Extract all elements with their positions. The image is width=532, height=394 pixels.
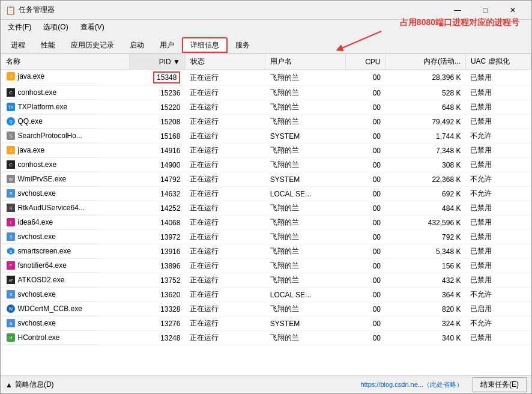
process-name: ATATKOSD2.exe	[1, 273, 97, 287]
col-header-cpu[interactable]: CPU	[345, 54, 385, 70]
process-pid: 15220	[129, 100, 185, 115]
table-row[interactable]: QQQ.exe15208正在运行飞翔的兰0079,492 K已禁用	[1, 115, 531, 129]
menu-view[interactable]: 查看(V)	[76, 21, 109, 34]
col-header-memory[interactable]: 内存(活动...	[385, 54, 465, 70]
process-cpu: 00	[345, 86, 385, 100]
process-user: 飞翔的兰	[265, 273, 345, 288]
maximize-button[interactable]: □	[471, 1, 499, 20]
table-row[interactable]: Cconhost.exe14900正在运行飞翔的兰00308 K已禁用	[1, 158, 531, 172]
process-pid: 14068	[129, 216, 185, 230]
task-manager-window: 📋 任务管理器 — □ ✕ 文件(F) 选项(O) 查看(V) 进程 性能 应用…	[0, 0, 532, 394]
menu-options[interactable]: 选项(O)	[38, 21, 73, 34]
table-row[interactable]: Ssvchost.exe14632正在运行LOCAL SE...00692 K不…	[1, 187, 531, 201]
table-container[interactable]: 名称 PID ▼ 状态 用户名 CPU 内存(活动... UAC 虚拟化 Jja…	[1, 53, 531, 375]
process-pid: 15236	[129, 86, 185, 100]
table-row[interactable]: TXTXPlatform.exe15220正在运行飞翔的兰00648 K已禁用	[1, 100, 531, 115]
process-uac: 已禁用	[465, 86, 531, 100]
col-header-status[interactable]: 状态	[185, 54, 265, 70]
tab-users[interactable]: 用户	[152, 37, 182, 53]
process-icon: Q	[6, 117, 16, 126]
process-cpu: 00	[345, 331, 385, 345]
brief-info-label: 简略信息(D)	[15, 380, 54, 390]
table-row[interactable]: RRtkAudUService64...14252正在运行飞翔的兰00484 K…	[1, 201, 531, 216]
table-row[interactable]: Ssvchost.exe13620正在运行LOCAL SE...00364 K不…	[1, 288, 531, 302]
col-header-name[interactable]: 名称	[1, 54, 130, 70]
svg-text:C: C	[9, 90, 13, 95]
process-pid: 14916	[129, 144, 185, 158]
process-cpu: 00	[345, 259, 385, 273]
process-pid: 13752	[129, 273, 185, 288]
process-cpu: 00	[345, 230, 385, 244]
process-icon: H	[6, 333, 16, 342]
process-status: 正在运行	[185, 86, 265, 100]
process-table: 名称 PID ▼ 状态 用户名 CPU 内存(活动... UAC 虚拟化 Jja…	[1, 53, 531, 345]
process-pid: 15348	[129, 70, 185, 86]
table-row[interactable]: Ssmartscreen.exe13916正在运行飞翔的兰005,348 K已禁…	[1, 244, 531, 259]
process-user: SYSTEM	[265, 172, 345, 187]
tab-details[interactable]: 详细信息	[182, 37, 228, 53]
app-icon: 📋	[5, 5, 15, 15]
table-row[interactable]: ATATKOSD2.exe13752正在运行飞翔的兰00432 K已禁用	[1, 273, 531, 288]
tab-process[interactable]: 进程	[3, 37, 33, 53]
process-name: WWmiPrvSE.exe	[1, 172, 97, 186]
title-bar-left: 📋 任务管理器	[5, 5, 55, 15]
end-task-button[interactable]: 结束任务(E)	[473, 377, 527, 392]
process-name: Jjava.exe	[1, 144, 97, 157]
minimize-button[interactable]: —	[444, 1, 471, 20]
tabs-wrapper: 进程 性能 应用历史记录 启动 用户 详细信息 服务 占用8080端口进程对应的…	[1, 34, 531, 53]
table-row[interactable]: Jjava.exe14916正在运行飞翔的兰007,348 K已禁用	[1, 144, 531, 158]
tab-startup[interactable]: 启动	[122, 37, 152, 53]
process-uac: 不允许	[465, 288, 531, 302]
process-cpu: 00	[345, 172, 385, 187]
process-pid: 13328	[129, 302, 185, 317]
table-row[interactable]: WWmiPrvSE.exe14792正在运行SYSTEM0022,368 K不允…	[1, 172, 531, 187]
process-name: Ssvchost.exe	[1, 230, 97, 244]
col-header-user[interactable]: 用户名	[265, 54, 345, 70]
process-memory: 820 K	[385, 302, 465, 317]
tab-app-history[interactable]: 应用历史记录	[63, 37, 122, 53]
tab-performance[interactable]: 性能	[33, 37, 63, 53]
process-pid: 13916	[129, 244, 185, 259]
process-status: 正在运行	[185, 288, 265, 302]
table-row[interactable]: Jjava.exe15348正在运行飞翔的兰0028,396 K已禁用	[1, 70, 531, 86]
process-status: 正在运行	[185, 331, 265, 345]
table-row[interactable]: Ssvchost.exe13972正在运行飞翔的兰00792 K已禁用	[1, 230, 531, 244]
process-name: TXTXPlatform.exe	[1, 100, 97, 114]
process-user: 飞翔的兰	[265, 115, 345, 129]
svg-text:J: J	[10, 148, 12, 153]
process-memory: 364 K	[385, 288, 465, 302]
process-pid: 14252	[129, 201, 185, 216]
table-row[interactable]: HHControl.exe13248正在运行飞翔的兰00340 K已禁用	[1, 331, 531, 345]
process-uac: 已禁用	[465, 158, 531, 172]
process-memory: 79,492 K	[385, 115, 465, 129]
process-user: 飞翔的兰	[265, 259, 345, 273]
process-memory: 308 K	[385, 158, 465, 172]
process-cpu: 00	[345, 187, 385, 201]
col-header-pid[interactable]: PID ▼	[129, 54, 185, 70]
title-bar: 📋 任务管理器 — □ ✕	[1, 1, 531, 20]
process-pid: 14792	[129, 172, 185, 187]
process-status: 正在运行	[185, 259, 265, 273]
brief-info-button[interactable]: ▲ 简略信息(D)	[5, 380, 54, 390]
table-row[interactable]: Ffsnotifier64.exe13896正在运行飞翔的兰00156 K已禁用	[1, 259, 531, 273]
table-row[interactable]: WWDCertM_CCB.exe13328正在运行飞翔的兰00820 K已启用	[1, 302, 531, 317]
process-name-text: WDCertM_CCB.exe	[18, 305, 82, 313]
process-user: SYSTEM	[265, 129, 345, 144]
table-row[interactable]: Iidea64.exe14068正在运行飞翔的兰00432,596 K已禁用	[1, 216, 531, 230]
content-area: 名称 PID ▼ 状态 用户名 CPU 内存(活动... UAC 虚拟化 Jja…	[1, 53, 531, 375]
menu-file[interactable]: 文件(F)	[3, 21, 36, 34]
table-row[interactable]: Ssvchost.exe13276正在运行SYSTEM00324 K不允许	[1, 317, 531, 331]
process-uac: 已禁用	[465, 273, 531, 288]
process-uac: 不允许	[465, 317, 531, 331]
svg-text:R: R	[9, 206, 12, 210]
process-user: 飞翔的兰	[265, 201, 345, 216]
table-row[interactable]: Cconhost.exe15236正在运行飞翔的兰00528 K已禁用	[1, 86, 531, 100]
process-name: Cconhost.exe	[1, 86, 97, 100]
process-user: LOCAL SE...	[265, 187, 345, 201]
process-pid: 14632	[129, 187, 185, 201]
table-row[interactable]: SSearchProtocolHo...15168正在运行SYSTEM001,7…	[1, 129, 531, 144]
process-user: 飞翔的兰	[265, 230, 345, 244]
col-header-uac[interactable]: UAC 虚拟化	[465, 54, 531, 70]
close-button[interactable]: ✕	[499, 1, 527, 20]
tab-services[interactable]: 服务	[228, 37, 258, 53]
